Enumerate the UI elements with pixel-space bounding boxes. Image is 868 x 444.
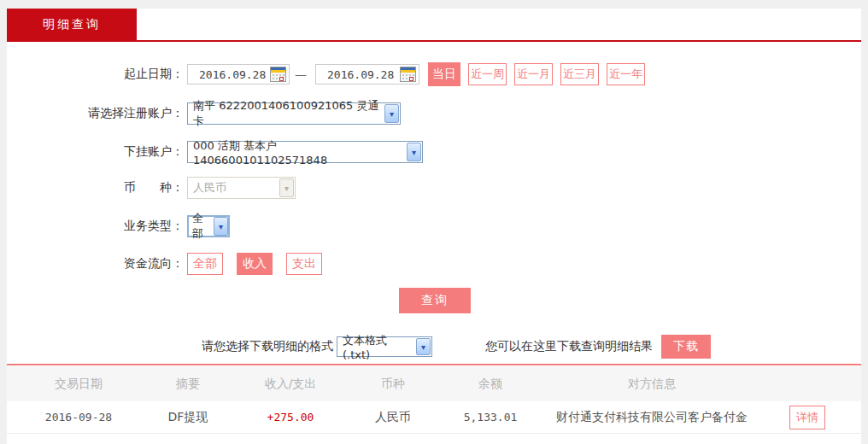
start-date-input[interactable]: 2016.09.28 <box>187 64 290 85</box>
download-hint: 您可以在这里下载查询明细结果 <box>485 339 653 354</box>
cell-currency: 人民币 <box>355 410 431 425</box>
chevron-down-icon[interactable]: ▾ <box>384 104 399 123</box>
register-account-value: 南平 6222001406100921065 灵通卡 <box>193 98 384 129</box>
date-separator: — <box>295 67 307 81</box>
column-header-summary: 摘要 <box>150 377 226 392</box>
column-header-date: 交易日期 <box>7 377 150 392</box>
cell-date: 2016-09-28 <box>7 411 150 424</box>
quick-range-week-button[interactable]: 近一周 <box>468 63 507 85</box>
cell-summary: DF提现 <box>150 410 226 425</box>
download-button[interactable]: 下载 <box>661 335 711 359</box>
currency-label: 币 种： <box>7 180 184 196</box>
download-format-select[interactable]: 文本格式 (.txt) ▾ <box>337 336 432 357</box>
fund-flow-expense-button[interactable]: 支出 <box>286 253 322 275</box>
tab-label: 明细查询 <box>43 17 101 32</box>
currency-select: 人民币 ▾ <box>187 177 296 199</box>
fund-flow-label: 资金流向： <box>7 256 184 272</box>
register-account-row: 请选择注册账户： 南平 6222001406100921065 灵通卡 ▾ <box>7 102 861 125</box>
fund-flow-row: 资金流向： 全部 收入 支出 <box>7 252 861 276</box>
main-panel: 明细查询 起止日期： 2016.09.28 — 2016 <box>7 9 861 444</box>
chevron-down-icon: ▾ <box>279 178 294 197</box>
end-date-input[interactable]: 2016.09.28 <box>315 64 419 85</box>
table-top-divider <box>7 364 861 365</box>
chevron-down-icon[interactable]: ▾ <box>214 217 228 236</box>
currency-value: 人民币 <box>193 180 226 196</box>
sub-account-label: 下挂账户： <box>7 144 184 160</box>
register-account-select[interactable]: 南平 6222001406100921065 灵通卡 ▾ <box>187 102 401 125</box>
column-header-amount: 收入/支出 <box>226 377 355 392</box>
fund-flow-all-button[interactable]: 全部 <box>187 253 223 275</box>
column-header-counterparty: 对方信息 <box>550 377 754 392</box>
quick-range-today-button[interactable]: 当日 <box>428 62 460 86</box>
download-format-value: 文本格式 (.txt) <box>343 333 416 361</box>
cell-counterparty: 财付通支付科技有限公司客户备付金 <box>550 410 754 425</box>
cell-amount: +275.00 <box>226 411 355 424</box>
column-header-balance: 余额 <box>431 377 550 392</box>
calendar-icon[interactable] <box>400 67 416 82</box>
table-header: 交易日期 摘要 收入/支出 币种 余额 对方信息 <box>7 366 861 401</box>
tab-detail-query[interactable]: 明细查询 <box>7 9 137 40</box>
date-range-row: 起止日期： 2016.09.28 — 2016.09.28 <box>7 62 861 86</box>
quick-range-year-button[interactable]: 近一年 <box>607 63 645 85</box>
business-type-select[interactable]: 全部 ▾ <box>187 215 230 237</box>
column-header-currency: 币种 <box>355 377 431 392</box>
detail-button[interactable]: 详情 <box>789 406 825 429</box>
download-format-label: 请您选择下载明细的格式 <box>7 339 333 354</box>
query-button[interactable]: 查询 <box>399 288 471 313</box>
end-date-value: 2016.09.28 <box>327 68 394 81</box>
register-account-label: 请选择注册账户： <box>7 106 184 121</box>
download-row: 请您选择下载明细的格式 文本格式 (.txt) ▾ 您可以在这里下载查询明细结果… <box>7 335 861 359</box>
quick-range-quarter-button[interactable]: 近三月 <box>560 63 599 85</box>
fund-flow-income-button[interactable]: 收入 <box>237 253 273 275</box>
business-type-label: 业务类型： <box>7 219 184 234</box>
sub-account-row: 下挂账户： 000 活期 基本户 1406600101102571848 ▾ <box>7 141 861 163</box>
business-type-value: 全部 <box>192 211 214 242</box>
business-type-row: 业务类型： 全部 ▾ <box>7 215 861 237</box>
sub-account-value: 000 活期 基本户 1406600101102571848 <box>193 138 407 166</box>
table-row: 2016-09-28 DF提现 +275.00 人民币 5,133.01 财付通… <box>7 401 861 434</box>
tab-underline <box>7 40 861 42</box>
chevron-down-icon[interactable]: ▾ <box>416 338 431 355</box>
sub-account-select[interactable]: 000 活期 基本户 1406600101102571848 ▾ <box>187 141 423 163</box>
start-date-value: 2016.09.28 <box>199 68 266 81</box>
chevron-down-icon[interactable]: ▾ <box>407 143 421 161</box>
currency-row: 币 种： 人民币 ▾ <box>7 177 861 199</box>
cell-balance: 5,133.01 <box>431 411 550 424</box>
calendar-icon[interactable] <box>270 67 286 82</box>
quick-range-month-button[interactable]: 近一月 <box>514 63 553 85</box>
date-range-label: 起止日期： <box>7 67 184 82</box>
